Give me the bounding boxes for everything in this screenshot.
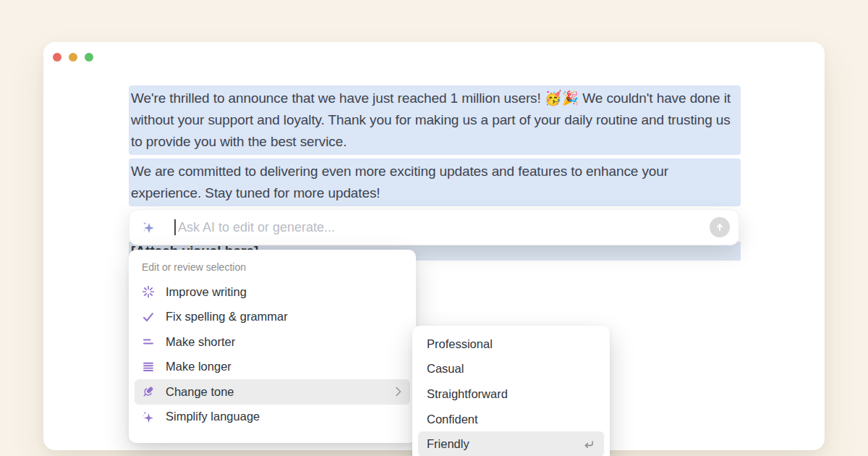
checkmark-icon — [141, 310, 156, 324]
arrow-up-icon — [715, 222, 725, 232]
two-lines-icon — [141, 334, 156, 349]
menu-item-simplify-language[interactable]: Simplify language — [135, 405, 410, 430]
menu-item-make-shorter[interactable]: Make shorter — [135, 329, 410, 355]
sparkle-burst-icon — [141, 284, 156, 299]
submenu-item-label: Straightforward — [427, 387, 508, 401]
submenu-item-confident[interactable]: Confident — [418, 407, 604, 432]
zoom-button[interactable] — [85, 53, 93, 62]
selected-paragraph-2[interactable]: We are committed to delivering even more… — [129, 159, 741, 206]
menu-item-fix-spelling-grammar[interactable]: Fix spelling & grammar — [135, 305, 410, 330]
chevron-right-icon — [392, 385, 404, 398]
menu-item-label: Improve writing — [166, 285, 247, 299]
change-tone-submenu: Professional Casual Straightforward Conf… — [412, 326, 610, 456]
menu-item-make-longer[interactable]: Make longer — [135, 355, 410, 380]
menu-item-label: Simplify language — [166, 410, 260, 423]
submenu-item-casual[interactable]: Casual — [418, 357, 604, 382]
text-caret — [174, 219, 176, 235]
return-key-icon — [581, 437, 595, 452]
menu-item-improve-writing[interactable]: Improve writing — [135, 279, 410, 305]
submenu-item-label: Confident — [427, 413, 478, 426]
ai-edit-menu: Edit or review selection Improve writing… — [129, 250, 416, 443]
window-controls — [53, 53, 93, 62]
app-window: We're thrilled to announce that we have … — [43, 42, 825, 450]
submenu-item-friendly[interactable]: Friendly — [418, 431, 604, 456]
close-button[interactable] — [53, 53, 61, 62]
ai-prompt-bar — [129, 209, 739, 245]
send-button[interactable] — [710, 217, 730, 237]
menu-item-label: Fix spelling & grammar — [166, 310, 288, 324]
submenu-item-professional[interactable]: Professional — [418, 332, 604, 357]
microphone-icon — [141, 384, 156, 399]
ai-sparkle-icon — [141, 220, 156, 235]
minimize-button[interactable] — [69, 53, 77, 62]
menu-item-label: Make longer — [166, 360, 231, 373]
menu-item-label: Change tone — [166, 385, 234, 399]
selected-paragraph-1[interactable]: We're thrilled to announce that we have … — [129, 85, 741, 155]
menu-section-header: Edit or review selection — [142, 261, 403, 273]
ai-prompt-input[interactable] — [176, 219, 710, 236]
submenu-item-straightforward[interactable]: Straightforward — [418, 381, 604, 407]
menu-item-change-tone[interactable]: Change tone — [135, 379, 410, 405]
menu-item-label: Make shorter — [166, 335, 235, 349]
four-lines-icon — [141, 360, 156, 374]
submenu-item-label: Casual — [427, 362, 464, 376]
submenu-item-label: Friendly — [427, 437, 469, 451]
sparkle-star-icon — [141, 410, 156, 424]
submenu-item-label: Professional — [427, 337, 493, 351]
